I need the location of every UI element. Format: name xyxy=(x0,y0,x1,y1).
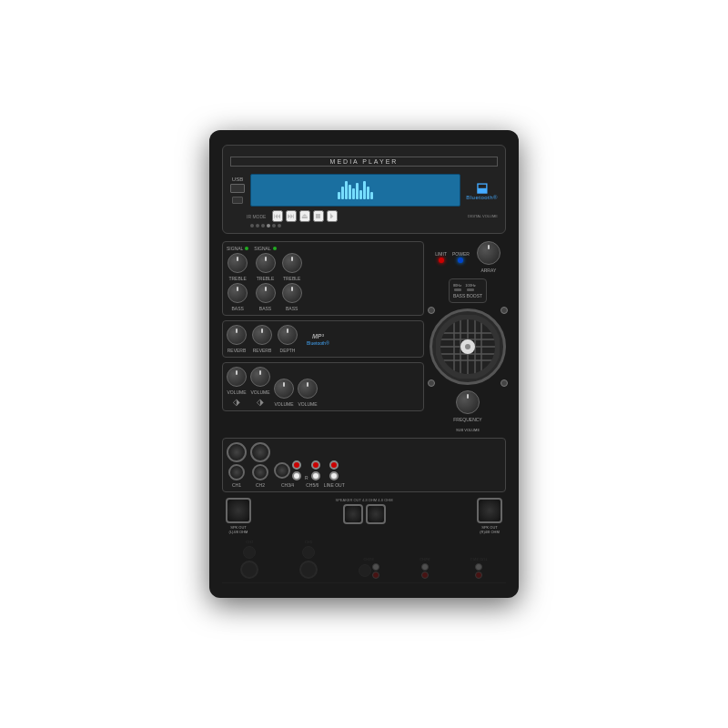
ref-ch1-label: CH1 xyxy=(246,540,253,544)
reflection-channels: CH1 CH2 CH3/4 xyxy=(222,540,506,579)
ch1-bass-knob[interactable] xyxy=(228,283,248,303)
ch2-bass-knob[interactable] xyxy=(256,283,276,303)
array-group: ARRAY xyxy=(477,241,500,273)
vol-ch2-group: VOLUME ⬗ xyxy=(250,367,270,407)
lcd-bar-4 xyxy=(349,185,351,199)
ch2-signal-row: SIGNAL xyxy=(254,246,276,251)
ch2-bass-label: BASS xyxy=(259,306,271,311)
freq-100hz-switch[interactable] xyxy=(467,288,474,291)
spk-center-port-l[interactable] xyxy=(343,504,363,524)
frequency-knob[interactable] xyxy=(456,390,480,414)
ch3-treble-knob[interactable] xyxy=(282,253,302,273)
ref-lineout-rca-l xyxy=(475,563,482,571)
array-knob[interactable] xyxy=(477,241,500,265)
vol-ch2-knob[interactable] xyxy=(250,367,270,387)
ch2-fader-icon: ⬗ xyxy=(257,397,264,407)
vol-ch2-label: VOLUME xyxy=(250,389,269,395)
lcd-bar-3 xyxy=(345,181,348,199)
bass-boost-label: BASS BOOST xyxy=(453,293,482,298)
reverb1-group: REVERB xyxy=(227,325,247,353)
left-channels: SIGNAL TREBLE BASS SIGNAL xyxy=(222,241,424,432)
channel-io-section: CH1 CH2 CH3/4 xyxy=(222,438,506,492)
freq-100hz-label: 100Hz xyxy=(465,283,476,288)
spk-center-port-r[interactable] xyxy=(366,504,386,524)
ch2-ts-port[interactable] xyxy=(252,464,268,480)
array-label: ARRAY xyxy=(480,268,496,273)
line-out-r[interactable] xyxy=(329,460,339,470)
ch5-rca-l[interactable] xyxy=(311,471,320,480)
mode-led-2 xyxy=(256,224,259,228)
lcd-bar-8 xyxy=(363,181,366,199)
power-led xyxy=(458,258,463,263)
ch2-treble-knob[interactable] xyxy=(256,253,276,273)
vol-ch3-knob[interactable] xyxy=(274,379,294,399)
spk-left-port[interactable] xyxy=(226,498,251,523)
spk-center-labels: SPEAKER OUT 4-8 OHM 4-8 OHM xyxy=(335,498,392,534)
indicators: LIMIT POWER xyxy=(435,251,470,263)
mode-led-6 xyxy=(278,224,281,228)
mp3-bt-group: MP³ Bluetooth® xyxy=(307,333,329,346)
vol-ch5-group: VOLUME xyxy=(298,379,318,407)
ref-ch34-rca-r xyxy=(372,571,379,579)
reverb1-knob[interactable] xyxy=(227,325,247,345)
ref-ch34-label: CH3/4 xyxy=(363,557,373,561)
ch2-xlr-port[interactable] xyxy=(250,442,270,462)
ch1-label: CH1 xyxy=(232,482,241,488)
ref-ch34-rca-l xyxy=(372,563,379,571)
digital-volume-label: DIGITAL VOLUME xyxy=(468,214,498,218)
ch1-bass-label: BASS xyxy=(232,306,244,311)
ref-ch34-ports xyxy=(359,563,379,579)
ch56-io: R CH5/6 xyxy=(305,460,320,488)
ch2-treble-label: TREBLE xyxy=(257,276,274,281)
play-button[interactable]: ⏵ xyxy=(327,210,338,222)
ch3-rca-r[interactable] xyxy=(292,460,301,470)
ch1-treble-knob[interactable] xyxy=(228,253,248,273)
ref-ch56: CH5/6 xyxy=(420,540,430,579)
ref-ch2-label: CH2 xyxy=(305,540,312,544)
vol-ch1-knob[interactable] xyxy=(227,367,247,387)
ref-lineout-rca-r xyxy=(475,571,482,579)
ch34-rca xyxy=(292,460,301,480)
ch2-signal-label: SIGNAL xyxy=(254,246,270,251)
screw-bl xyxy=(428,379,435,387)
stop-button[interactable]: ⏹ xyxy=(313,210,324,222)
line-out-l[interactable] xyxy=(329,471,339,480)
limit-power-row: LIMIT POWER ARRAY xyxy=(435,241,500,273)
lcd-bar-5 xyxy=(352,188,355,199)
volume-section: VOLUME ⬗ VOLUME ⬗ VOLUME xyxy=(222,362,424,411)
ch1-xlr-port[interactable] xyxy=(227,442,247,462)
lcd-bar-2 xyxy=(341,187,344,199)
ch3-bass-knob[interactable] xyxy=(282,283,302,303)
card-slot[interactable] xyxy=(232,197,243,204)
lcd-bar-6 xyxy=(356,183,359,199)
ref-ch56-label: CH5/6 xyxy=(420,557,430,561)
freq-switches: 80Hz 100Hz xyxy=(453,283,482,291)
ref-ch34: CH3/4 xyxy=(359,540,379,579)
ch5-rca-r[interactable] xyxy=(311,460,320,470)
lcd-display xyxy=(250,174,460,207)
ch3-rca-l[interactable] xyxy=(292,471,301,480)
reverb2-knob[interactable] xyxy=(252,325,272,345)
depth-knob[interactable] xyxy=(278,325,298,345)
mode-leds xyxy=(230,224,498,228)
ch56-ports: R xyxy=(305,460,320,480)
next-button[interactable]: ⏭ xyxy=(286,210,297,222)
reverb2-label: REVERB xyxy=(253,348,272,353)
ch56-label: CH5/6 xyxy=(306,482,318,488)
ref-ch2-port xyxy=(299,561,318,579)
spk-right-port[interactable] xyxy=(477,498,502,523)
ch1-signal-label: SIGNAL xyxy=(227,246,243,251)
mode-led-1 xyxy=(250,224,254,228)
ch3-jack-port[interactable] xyxy=(274,462,290,479)
eject-button[interactable]: ⏏ xyxy=(299,210,310,222)
power-indicator: POWER xyxy=(452,251,470,263)
vol-ch5-knob[interactable] xyxy=(298,379,318,399)
vol-ch1-label: VOLUME xyxy=(227,389,246,395)
prev-button[interactable]: ⏮ xyxy=(272,210,283,222)
mode-led-5 xyxy=(272,224,276,228)
ch1-ts-port[interactable] xyxy=(228,464,245,480)
freq-80hz: 80Hz xyxy=(453,283,461,291)
usb-port[interactable] xyxy=(230,184,245,193)
spk-section: SPK OUT(L)4/8 OHM SPEAKER OUT 4-8 OHM 4-… xyxy=(222,496,506,536)
freq-80hz-switch[interactable] xyxy=(454,288,461,291)
